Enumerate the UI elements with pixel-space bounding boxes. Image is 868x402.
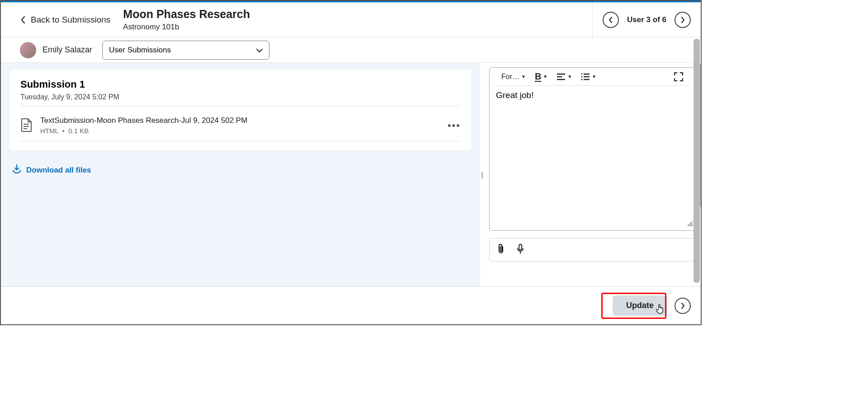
align-left-icon (557, 73, 566, 80)
bold-dropdown[interactable]: B ▼ (535, 71, 547, 82)
submission-date: Tuesday, July 9, 2024 5:02 PM (20, 93, 461, 106)
submission-title: Submission 1 (20, 79, 461, 90)
attachment-row (489, 238, 695, 262)
list-icon (581, 73, 590, 80)
avatar (20, 42, 36, 58)
record-audio-button[interactable] (517, 244, 524, 256)
next-user-button[interactable] (675, 12, 691, 28)
title-area: Moon Phases Research Astronomy 101b (123, 3, 592, 36)
file-name[interactable]: TextSubmission-Moon Phases Research-Jul … (40, 116, 439, 125)
user-submissions-label: User Submissions (109, 46, 171, 55)
header: Back to Submissions Moon Phases Research… (1, 2, 701, 37)
svg-rect-15 (519, 244, 522, 250)
submission-card: Submission 1 Tuesday, July 9, 2024 5:02 … (9, 69, 472, 151)
format-dropdown[interactable]: For… ▼ (501, 73, 526, 81)
user-navigation: User 3 of 6 (592, 2, 701, 37)
fullscreen-button[interactable] (674, 72, 683, 81)
svg-line-14 (692, 225, 693, 226)
editor-toolbar: For… ▼ B ▼ ▼ ▼ (495, 68, 689, 86)
prev-user-button[interactable] (603, 12, 619, 28)
file-type: HTML (40, 127, 58, 135)
editor-body[interactable]: Great job! (490, 86, 695, 230)
resize-handle-icon[interactable] (687, 220, 693, 229)
file-row: TextSubmission-Moon Phases Research-Jul … (20, 112, 461, 141)
back-label: Back to Submissions (31, 15, 110, 25)
user-count-label: User 3 of 6 (627, 15, 666, 24)
align-dropdown[interactable]: ▼ (557, 73, 572, 80)
user-submissions-select[interactable]: User Submissions (102, 41, 269, 60)
course-name: Astronomy 101b (123, 23, 592, 32)
download-label: Download all files (26, 166, 91, 175)
page-scrollbar[interactable] (693, 39, 700, 283)
svg-point-10 (581, 79, 583, 80)
footer: Update (1, 286, 701, 324)
chevron-down-icon: ▼ (567, 74, 572, 79)
svg-point-8 (581, 76, 583, 77)
student-name: Emily Salazar (42, 45, 92, 55)
svg-line-12 (688, 221, 693, 226)
chevron-down-icon (256, 46, 263, 55)
attach-file-button[interactable] (497, 244, 505, 256)
file-info: TextSubmission-Moon Phases Research-Jul … (40, 116, 439, 135)
back-to-submissions-link[interactable]: Back to Submissions (1, 2, 123, 37)
submission-panel: Submission 1 Tuesday, July 9, 2024 5:02 … (1, 63, 480, 286)
splitter-handle-icon: || (481, 171, 481, 178)
format-label: For… (501, 73, 519, 81)
feedback-panel: For… ▼ B ▼ ▼ ▼ (483, 63, 701, 286)
file-size: 0.1 KB (68, 127, 89, 135)
fullscreen-icon (674, 72, 683, 81)
subheader: Emily Salazar User Submissions (1, 37, 701, 63)
chevron-down-icon: ▼ (543, 74, 547, 79)
file-meta: HTML • 0.1 KB (40, 127, 439, 135)
download-icon (12, 164, 22, 176)
chevron-down-icon: ▼ (592, 74, 596, 79)
next-button[interactable] (675, 298, 691, 314)
chevron-down-icon: ▼ (521, 74, 526, 79)
update-button[interactable]: Update (613, 295, 667, 316)
feedback-editor: For… ▼ B ▼ ▼ ▼ (489, 67, 695, 231)
svg-point-6 (581, 73, 583, 75)
file-actions-menu[interactable]: ••• (448, 120, 461, 131)
bold-icon: B (535, 71, 541, 82)
download-all-files-link[interactable]: Download all files (1, 157, 480, 183)
list-dropdown[interactable]: ▼ (581, 73, 596, 80)
assignment-title: Moon Phases Research (123, 8, 592, 21)
main: Submission 1 Tuesday, July 9, 2024 5:02 … (1, 63, 701, 286)
chevron-left-icon (21, 16, 25, 23)
document-icon (20, 118, 32, 134)
